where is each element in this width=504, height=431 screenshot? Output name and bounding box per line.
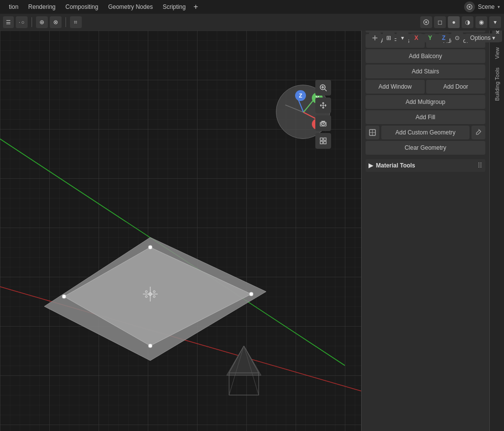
svg-point-14	[249, 292, 253, 296]
grid-tool-btn[interactable]	[315, 133, 331, 149]
svg-point-13	[148, 245, 152, 249]
add-stairs-btn[interactable]: Add Stairs	[366, 65, 485, 78]
add-balcony-btn[interactable]: Add Balcony	[366, 49, 485, 63]
svg-line-34	[325, 89, 327, 91]
object-mode-label: ·	[19, 19, 20, 25]
menu-item-scripting[interactable]: Scripting	[158, 1, 191, 12]
menu-item-geometry-nodes[interactable]: Geometry Nodes	[103, 1, 158, 12]
toolbar-separator-2	[66, 17, 66, 27]
snapping-btn[interactable]: ⌗	[70, 16, 82, 28]
menu-item-compositing[interactable]: Compositing	[61, 1, 103, 12]
svg-point-12	[62, 295, 66, 298]
camera-tool-btn[interactable]	[315, 115, 331, 131]
clear-geometry-btn[interactable]: Clear Geometry	[366, 141, 485, 155]
axis-y-btn[interactable]: Y	[424, 33, 436, 42]
svg-rect-43	[324, 141, 326, 144]
gizmo-z-label[interactable]: Z	[295, 90, 306, 101]
custom-geometry-row: Add Custom Geometry	[366, 126, 485, 139]
scene-selector: Scene ▾	[464, 1, 500, 12]
tab-view[interactable]: View	[492, 43, 502, 63]
second-toolbar: ☰ · ○ ⊕ ⊗ ⌗ ◻ ● ◑ ◉ ▾	[0, 14, 504, 31]
material-tools-section: ▶ Material Tools ⠿	[366, 159, 485, 172]
material-tools-header-left: ▶ Material Tools	[369, 162, 415, 169]
transform-icon-btn[interactable]	[369, 32, 381, 44]
toolbar-separator-1	[32, 17, 32, 27]
svg-point-38	[323, 123, 324, 125]
add-multigroup-btn[interactable]: Add Multigroup	[366, 95, 485, 109]
scene-dropdown-icon[interactable]: ▾	[498, 4, 500, 9]
viewport-left-tools	[315, 80, 331, 149]
snap-dropdown-btn[interactable]: ▾	[397, 32, 408, 44]
material-tools-title: Material Tools	[376, 162, 415, 169]
menu-item-rendering[interactable]: Rendering	[23, 1, 60, 12]
options-btn[interactable]: Options ▾	[465, 33, 500, 42]
object-mode-btn[interactable]: · ○	[16, 16, 28, 28]
add-workspace-button[interactable]: +	[191, 1, 201, 12]
axis-z-btn[interactable]: Z	[438, 33, 449, 42]
viewport-shading-wireframe[interactable]: ◻	[434, 16, 446, 28]
svg-rect-41	[324, 138, 326, 140]
material-collapse-icon: ▶	[369, 162, 373, 169]
proportional-edit-btn[interactable]: ⊙	[451, 32, 463, 44]
viewport-shading-solid[interactable]: ●	[448, 16, 460, 28]
svg-point-15	[148, 344, 152, 348]
pipette-icon[interactable]	[471, 126, 485, 139]
material-options-icon[interactable]: ⠿	[477, 162, 482, 169]
add-fill-btn[interactable]: Add Fill	[366, 110, 485, 124]
svg-rect-40	[320, 138, 323, 140]
transform-pivot-btn[interactable]: ⊗	[50, 16, 62, 28]
add-door-btn[interactable]: Add Door	[426, 80, 485, 94]
transform-toolbar: ⊞ ▾ X Y Z ⊙ Options ▾	[365, 31, 504, 45]
add-custom-geometry-btn[interactable]: Add Custom Geometry	[381, 126, 470, 139]
scene-label: Scene	[478, 3, 495, 10]
mode-select[interactable]: ☰	[3, 16, 14, 28]
object-mode-icon: ○	[21, 19, 25, 25]
window-door-row: Add Window Add Door	[366, 80, 485, 94]
mode-label: ☰	[6, 19, 11, 26]
material-tools-header[interactable]: ▶ Material Tools ⠿	[366, 159, 485, 172]
viewport-overlay-btn[interactable]	[420, 16, 432, 28]
viewport-shading-render[interactable]: ◉	[475, 16, 487, 28]
right-panel: ▾ Building Tools ⠿ Create Floorplan Add …	[361, 0, 489, 431]
right-sidebar-tabs: Item Tool View Building Tools	[489, 0, 504, 431]
tab-building-tools[interactable]: Building Tools	[492, 64, 502, 105]
scene-icon	[464, 1, 475, 12]
svg-line-47	[478, 129, 479, 130]
svg-point-3	[425, 21, 427, 23]
snap-type-btn[interactable]: ⊞	[383, 32, 395, 44]
add-window-btn[interactable]: Add Window	[366, 80, 425, 94]
pan-tool-btn[interactable]	[315, 98, 331, 113]
viewport-shading-material[interactable]: ◑	[462, 16, 473, 28]
axis-x-btn[interactable]: X	[410, 33, 422, 42]
svg-rect-42	[320, 141, 323, 144]
top-menu-bar: tion Rendering Compositing Geometry Node…	[0, 0, 504, 14]
transform-orientation-btn[interactable]: ⊕	[36, 16, 48, 28]
menu-item-tion[interactable]: tion	[4, 1, 23, 12]
svg-point-1	[469, 6, 470, 8]
zoom-tool-btn[interactable]	[315, 80, 331, 96]
shading-options-btn[interactable]: ▾	[489, 16, 501, 28]
toolbar-right-group: ◻ ● ◑ ◉ ▾	[420, 16, 501, 28]
custom-geo-icon	[366, 126, 379, 139]
